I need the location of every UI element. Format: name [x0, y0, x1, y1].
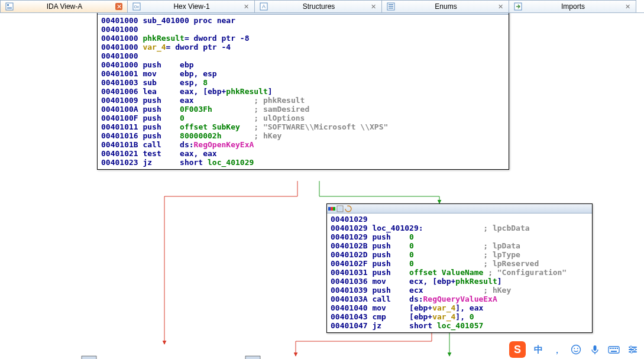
ime-keyboard-icon[interactable]	[607, 343, 620, 356]
svg-rect-17	[333, 207, 335, 211]
tab-imports[interactable]: Imports ✕	[509, 0, 636, 12]
close-icon[interactable]: ✕	[624, 3, 631, 10]
enum-icon	[387, 2, 395, 11]
tab-structures[interactable]: A Structures ✕	[254, 0, 382, 12]
close-icon[interactable]: ✕	[115, 3, 122, 10]
svg-point-35	[633, 348, 636, 351]
disassembly-listing[interactable]: 00401029 00401029 loc_401029: ; lpcbData…	[327, 214, 592, 332]
ime-mic-icon[interactable]	[588, 343, 601, 356]
ime-emoji-icon[interactable]	[569, 343, 582, 356]
imports-icon	[514, 2, 522, 11]
node-titlebar	[327, 204, 592, 214]
svg-rect-3	[7, 8, 12, 9]
close-icon[interactable]: ✕	[370, 3, 377, 10]
ime-punct-full[interactable]: ，	[551, 343, 564, 356]
tab-label: IDA View-A	[17, 2, 112, 11]
disassembly-listing[interactable]: 00401000 sub_401000 proc near 00401000 0…	[98, 15, 509, 169]
group-icon	[336, 205, 344, 212]
svg-point-20	[572, 345, 581, 354]
tab-label: Hex View-1	[144, 2, 239, 11]
svg-rect-24	[609, 347, 619, 353]
ime-toolbar: S 中 ，	[509, 341, 644, 359]
tab-label: Enums	[399, 2, 493, 11]
tab-enums[interactable]: Enums ✕	[381, 0, 509, 12]
svg-rect-13	[82, 356, 96, 359]
ida-icon	[5, 2, 14, 11]
svg-rect-1	[7, 4, 9, 6]
tab-bar: IDA View-A ✕ 0x Hex View-1 ✕ A Structure…	[0, 0, 644, 13]
close-icon[interactable]: ✕	[242, 3, 250, 10]
svg-rect-25	[610, 348, 611, 349]
palette-icon	[328, 205, 335, 212]
sogou-ime-icon[interactable]: S	[509, 341, 526, 358]
svg-point-22	[577, 348, 578, 349]
svg-text:A: A	[262, 4, 266, 9]
svg-rect-16	[331, 207, 333, 211]
svg-rect-9	[389, 4, 393, 5]
svg-rect-14	[245, 356, 260, 359]
tab-ida-view-a[interactable]: IDA View-A ✕	[0, 0, 128, 12]
svg-rect-11	[389, 8, 393, 9]
svg-rect-19	[338, 207, 342, 211]
svg-rect-15	[328, 207, 331, 211]
hex-icon: 0x	[132, 2, 141, 11]
svg-point-34	[630, 346, 632, 348]
basic-block-401000[interactable]: 00401000 sub_401000 proc near 00401000 0…	[97, 13, 509, 170]
svg-rect-10	[389, 6, 393, 7]
tab-label: Structures	[271, 2, 366, 11]
svg-rect-2	[7, 7, 12, 8]
svg-point-36	[630, 351, 633, 353]
svg-rect-29	[617, 348, 618, 349]
ime-lang-zhong[interactable]: 中	[532, 343, 545, 356]
sync-icon	[345, 205, 352, 212]
svg-point-21	[574, 348, 575, 349]
svg-rect-23	[594, 345, 597, 351]
tab-hex-view-1[interactable]: 0x Hex View-1 ✕	[127, 0, 255, 12]
graph-canvas[interactable]: 00401000 sub_401000 proc near 00401000 0…	[0, 13, 644, 359]
svg-rect-28	[615, 348, 616, 349]
svg-rect-30	[611, 351, 617, 352]
svg-rect-27	[613, 348, 614, 349]
struct-icon: A	[260, 2, 268, 11]
ime-settings-icon[interactable]	[626, 343, 639, 356]
svg-text:0x: 0x	[134, 4, 139, 9]
basic-block-401029[interactable]: 00401029 00401029 loc_401029: ; lpcbData…	[326, 203, 593, 333]
tab-label: Imports	[526, 2, 620, 11]
svg-rect-0	[6, 3, 13, 10]
svg-rect-26	[611, 348, 613, 349]
close-icon[interactable]: ✕	[497, 3, 504, 10]
